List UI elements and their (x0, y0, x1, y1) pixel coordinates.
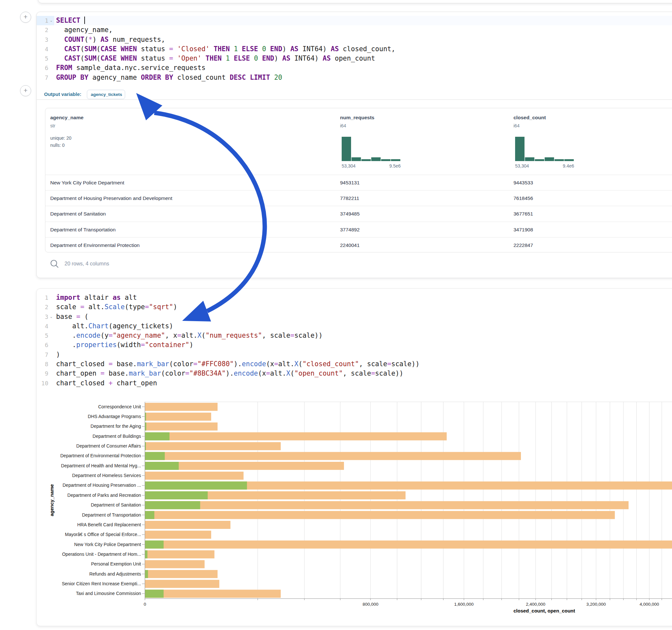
table-row[interactable]: Department of Environmental Protection22… (45, 237, 672, 253)
svg-text:4,000,000: 4,000,000 (640, 602, 659, 607)
code-text: import altair as alt (54, 293, 672, 302)
table-cell: 3749485 (340, 206, 360, 221)
bar-closed (145, 590, 281, 598)
svg-text:Refunds and Adjustments: Refunds and Adjustments (89, 571, 141, 577)
code-line-9[interactable]: 9chart_open = base.mark_bar(color="#8BC3… (37, 369, 672, 378)
fold-spacer (48, 331, 54, 340)
fold-spacer (48, 54, 54, 63)
histogram-range-labels: 53,3049.5e6 (342, 163, 401, 169)
sql-code-editor[interactable]: 1⌄SELECT 2 agency_name,3 COUNT(*) AS num… (37, 16, 672, 82)
code-text: SELECT (54, 16, 672, 25)
code-text: agency_name, (54, 25, 672, 35)
table-cell: 3774892 (340, 222, 360, 237)
gutter: 1 (37, 293, 54, 302)
output-variable-badge[interactable]: agency_tickets (87, 90, 125, 99)
add-cell-button-top[interactable]: + (20, 12, 31, 23)
bar-open (145, 432, 170, 440)
gutter: 4 (37, 321, 54, 331)
gutter: 2 (37, 302, 54, 312)
code-text: alt.Chart(agency_tickets) (54, 321, 672, 331)
code-line-1[interactable]: 1import altair as alt (37, 293, 672, 302)
svg-text:Department of Homeless Service: Department of Homeless Services (72, 473, 141, 478)
code-line-3[interactable]: 3⌄base = ( (37, 312, 672, 321)
svg-text:0: 0 (144, 602, 146, 607)
table-cell: 3677651 (513, 206, 533, 221)
code-line-8[interactable]: 8chart_closed = base.mark_bar(color="#FF… (37, 359, 672, 369)
table-row[interactable]: Department of Sanitation37494853677651 (45, 206, 672, 221)
code-line-6[interactable]: 6 .properties(width="container") (37, 340, 672, 350)
gutter: 7 (37, 350, 54, 359)
bar-open (145, 491, 208, 500)
gutter: 3 (37, 35, 54, 44)
fold-spacer (48, 350, 54, 359)
code-line-6[interactable]: 6FROM sample_data.nyc.service_requests (37, 63, 672, 73)
bar-closed (145, 570, 217, 578)
table-footer: 20 rows, 4 columns (37, 257, 672, 271)
bar-open (145, 590, 164, 598)
line-number: 4 (37, 44, 48, 54)
code-line-7[interactable]: 7) (37, 350, 672, 359)
table-row[interactable]: Department of Transportation377489234719… (45, 222, 672, 237)
bar-closed (145, 550, 214, 558)
fold-spacer (48, 321, 54, 331)
hist-min-label: 53,304 (342, 163, 356, 169)
code-line-5[interactable]: 5 CAST(SUM(CASE WHEN status = 'Open' THE… (37, 54, 672, 63)
output-variable-label: Output variable: (44, 90, 81, 99)
code-line-7[interactable]: 7GROUP BY agency_name ORDER BY closed_co… (37, 73, 672, 82)
bar-closed (145, 580, 219, 588)
bar-closed (145, 471, 243, 480)
svg-text:Correspondence Unit: Correspondence Unit (98, 404, 141, 409)
search-icon[interactable] (49, 259, 60, 270)
code-line-1[interactable]: 1⌄SELECT (37, 16, 672, 25)
bar-open (145, 501, 200, 509)
code-line-4[interactable]: 4 alt.Chart(agency_tickets) (37, 321, 672, 331)
svg-text:New York City Police Departmen: New York City Police Department (74, 542, 141, 547)
altair-bar-chart: Correspondence UnitDHS Advantage Program… (39, 396, 672, 624)
bar-open (145, 550, 147, 558)
line-number: 1 (37, 293, 48, 302)
gutter: 4 (37, 44, 54, 54)
svg-text:Mayorâ€ s Office of Special En: Mayorâ€ s Office of Special Enforce... (65, 532, 141, 537)
fold-spacer (48, 44, 54, 54)
code-line-2[interactable]: 2scale = alt.Scale(type="sqrt") (37, 302, 672, 312)
line-number: 6 (37, 340, 48, 350)
code-text: chart_closed = base.mark_bar(color="#FFC… (54, 359, 672, 369)
code-line-5[interactable]: 5 .encode(y="agency_name", x=alt.X("num_… (37, 331, 672, 340)
svg-text:Department of Health and Menta: Department of Health and Mental Hyg... (61, 463, 141, 468)
svg-text:2,400,000: 2,400,000 (526, 602, 545, 607)
code-line-2[interactable]: 2 agency_name, (37, 25, 672, 35)
line-number: 10 (37, 379, 48, 388)
code-text: .properties(width="container") (54, 340, 672, 350)
code-line-10[interactable]: 10chart_closed + chart_open (37, 379, 672, 388)
table-cell: Department of Environmental Protection (50, 238, 140, 253)
bar-open (145, 462, 178, 470)
code-line-3[interactable]: 3 COUNT(*) AS num_requests, (37, 35, 672, 44)
line-number: 7 (37, 73, 48, 82)
svg-text:agency_name: agency_name (49, 484, 54, 516)
svg-text:Department of Transportation: Department of Transportation (82, 512, 141, 517)
code-text: FROM sample_data.nyc.service_requests (54, 63, 672, 73)
table-cell: Department of Housing Preservation and D… (50, 191, 172, 206)
add-cell-button-output[interactable]: + (20, 85, 31, 96)
column-type: i64 (513, 123, 520, 128)
bar-open (145, 452, 165, 460)
svg-text:Operations Unit - Department o: Operations Unit - Department of Hom... (62, 552, 141, 557)
gutter: 5 (37, 54, 54, 63)
column-stat: nulls: 0 (50, 143, 65, 148)
fold-chevron-icon[interactable]: ⌄ (48, 16, 54, 25)
table-row[interactable]: New York City Police Department945313194… (45, 175, 672, 190)
code-text: .encode(y="agency_name", x=alt.X("num_re… (54, 331, 672, 340)
gutter: 5 (37, 331, 54, 340)
python-code-editor[interactable]: 1import altair as alt2scale = alt.Scale(… (37, 293, 672, 388)
svg-text:closed_count, open_count: closed_count, open_count (513, 608, 575, 613)
fold-spacer (48, 369, 54, 378)
code-line-4[interactable]: 4 CAST(SUM(CASE WHEN status = 'Closed' T… (37, 44, 672, 54)
gutter: 10 (37, 379, 54, 388)
line-number: 5 (37, 54, 48, 63)
table-cell: 9443533 (513, 175, 533, 190)
column-type: i64 (340, 123, 346, 128)
fold-chevron-icon[interactable]: ⌄ (48, 312, 54, 321)
table-row[interactable]: Department of Housing Preservation and D… (45, 190, 672, 206)
bar-closed (145, 560, 205, 568)
table-cell: 7618456 (513, 191, 533, 206)
